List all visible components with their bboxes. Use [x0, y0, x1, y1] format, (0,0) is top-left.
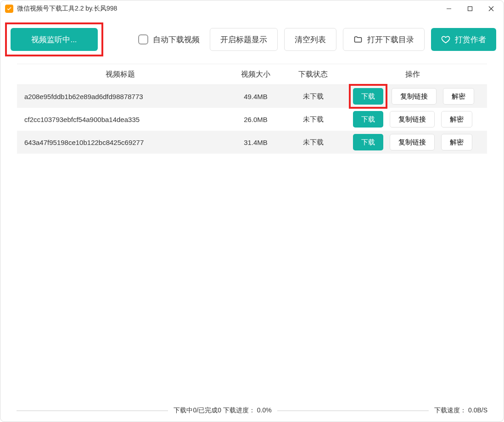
window-title: 微信视频号下载工具2.2 by.长风998: [17, 5, 117, 13]
folder-icon: [353, 35, 363, 44]
monitor-button[interactable]: 视频监听中...: [11, 28, 98, 51]
copy-link-button[interactable]: 复制链接: [390, 111, 435, 128]
donate-button[interactable]: 打赏作者: [431, 28, 496, 51]
auto-download-checkbox[interactable]: 自动下载视频: [138, 34, 200, 45]
table-row: a208e95fddb1b62e89ad6dfd98878773 49.4MB …: [17, 85, 487, 108]
highlight-annotation: 视频监听中...: [5, 22, 103, 56]
minimize-button[interactable]: [438, 1, 459, 16]
row-title: a208e95fddb1b62e89ad6dfd98878773: [17, 93, 224, 100]
download-button[interactable]: 下载: [353, 88, 383, 105]
row-actions: 下载 复制链接 解密: [338, 111, 487, 128]
toolbar: 视频监听中... 自动下载视频 开启标题显示 清空列表 打开下载目录 打赏作者: [0, 17, 504, 64]
row-status: 未下载: [288, 92, 338, 101]
table-row: 643a47f95198ce10b122bc8425c69277 31.4MB …: [17, 131, 487, 154]
row-title: cf2cc103793ebfcf54a900ba14dea335: [17, 116, 224, 123]
header-action: 操作: [338, 70, 487, 79]
highlight-annotation: 下载: [349, 84, 387, 109]
copy-link-button[interactable]: 复制链接: [392, 88, 437, 105]
download-button[interactable]: 下载: [353, 111, 383, 128]
show-title-button[interactable]: 开启标题显示: [210, 28, 278, 51]
titlebar: 微信视频号下载工具2.2 by.长风998: [0, 0, 504, 17]
decrypt-button[interactable]: 解密: [441, 134, 472, 150]
heart-icon: [441, 35, 450, 44]
row-actions: 下载 复制链接 解密: [338, 134, 487, 150]
row-size: 31.4MB: [224, 139, 288, 146]
open-folder-button[interactable]: 打开下载目录: [343, 28, 425, 51]
table-header: 视频标题 视频大小 下载状态 操作: [17, 64, 487, 85]
row-size: 49.4MB: [224, 93, 288, 100]
checkbox-icon: [138, 34, 148, 44]
close-button[interactable]: [481, 1, 502, 16]
video-table: 视频标题 视频大小 下载状态 操作 a208e95fddb1b62e89ad6d…: [0, 64, 504, 154]
speed-text: 下载速度： 0.0B/S: [434, 406, 487, 415]
window-controls: [438, 1, 502, 16]
copy-link-button[interactable]: 复制链接: [390, 134, 435, 150]
header-status: 下载状态: [288, 70, 338, 79]
row-status: 未下载: [288, 138, 338, 147]
header-size: 视频大小: [224, 70, 288, 79]
row-title: 643a47f95198ce10b122bc8425c69277: [17, 139, 224, 146]
row-actions: 下载 复制链接 解密: [338, 86, 487, 106]
status-divider: [17, 411, 168, 411]
decrypt-button[interactable]: 解密: [443, 88, 474, 105]
app-icon: [5, 5, 13, 13]
header-title: 视频标题: [17, 70, 224, 79]
download-button[interactable]: 下载: [353, 134, 383, 150]
maximize-button[interactable]: [459, 1, 481, 16]
row-status: 未下载: [288, 115, 338, 124]
statusbar: 下载中0/已完成0 下载进度： 0.0% 下载速度： 0.0B/S: [0, 406, 504, 415]
decrypt-button[interactable]: 解密: [441, 111, 472, 128]
clear-list-button[interactable]: 清空列表: [284, 28, 336, 51]
donate-label: 打赏作者: [455, 34, 486, 45]
open-folder-label: 打开下载目录: [367, 34, 414, 45]
auto-download-label: 自动下载视频: [153, 34, 200, 45]
progress-text: 下载中0/已完成0 下载进度： 0.0%: [174, 406, 271, 415]
status-divider: [277, 411, 429, 411]
table-body: a208e95fddb1b62e89ad6dfd98878773 49.4MB …: [17, 85, 487, 154]
table-row: cf2cc103793ebfcf54a900ba14dea335 26.0MB …: [17, 108, 487, 131]
svg-rect-1: [468, 7, 472, 11]
row-size: 26.0MB: [224, 116, 288, 123]
